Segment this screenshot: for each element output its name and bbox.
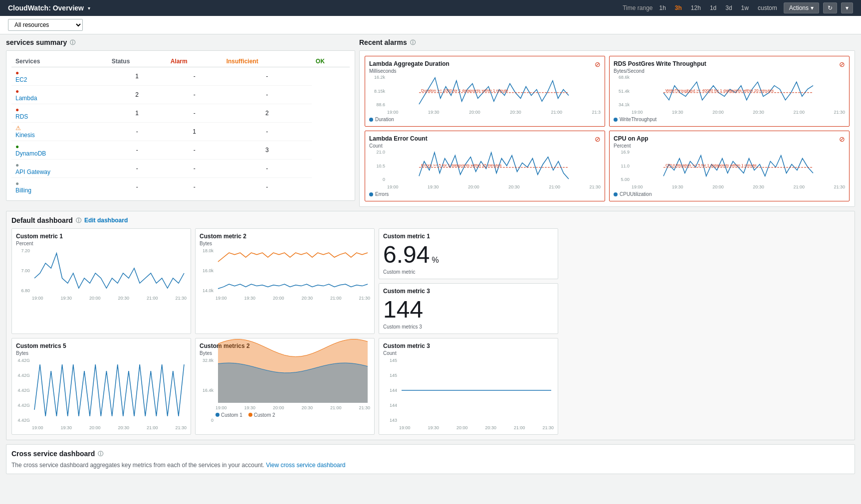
y-label: 5.00 xyxy=(614,177,630,182)
time-range-label: Time range xyxy=(623,4,652,11)
metric-card-big-1: Custom metric 1 6.94 % Custom metric xyxy=(379,228,558,279)
app-title: CloudWatch: Overview xyxy=(8,4,84,12)
services-section: Services Status Alarm Insufficient OK ● … xyxy=(6,50,355,201)
services-table-container[interactable]: Services Status Alarm Insufficient OK ● … xyxy=(11,56,350,195)
metric-chart-svg xyxy=(32,358,187,423)
header-right: Time range 1h 3h 12h 1d 3d 1w custom Act… xyxy=(623,2,853,13)
dashboard-grid-row1: Custom metric 1 Percent 7.207.006.80 19:… xyxy=(11,228,850,334)
empty-col xyxy=(562,228,850,334)
status-icon-green: ● xyxy=(15,143,19,150)
dashboard-grid-row2: Custom metrics 5 Bytes 4.42G4.42G4.42G4.… xyxy=(11,338,850,435)
service-link[interactable]: Lambda xyxy=(15,95,104,102)
alarm-title: Lambda Error Count xyxy=(369,135,601,142)
alarm-chart-svg: Errors >= 5 for 1 datapoints within 15 m… xyxy=(387,150,601,182)
y-label: 10.5 xyxy=(369,164,385,168)
y-label: 88.6 xyxy=(369,102,385,107)
time-12h-button[interactable]: 12h xyxy=(688,3,703,12)
status-icon-gray: ● xyxy=(15,180,19,187)
alarm-error-icon: ⊘ xyxy=(839,135,845,143)
legend-label: Errors xyxy=(375,191,389,197)
x-axis-labels: 19:0019:3020:0020:3021:0021:30 xyxy=(215,405,370,410)
metric-card-6: Custom metrics 2 Bytes 32.8k16.4k0 19:00… xyxy=(195,338,375,435)
y-label: 0 xyxy=(369,177,385,182)
alarm-count: - xyxy=(108,160,167,178)
services-summary-info-icon[interactable]: ⓘ xyxy=(70,39,75,46)
ok-count: - xyxy=(222,67,312,86)
metric-card-big-2: Custom metric 3 144 Custom metrics 3 xyxy=(379,283,558,334)
metric-area-chart-svg xyxy=(215,358,370,403)
actions-button[interactable]: Actions ▾ xyxy=(784,2,819,13)
refresh-button[interactable]: ↻ xyxy=(823,2,837,13)
big-number-unit: % xyxy=(431,256,438,265)
alarm-unit: Count xyxy=(369,143,601,149)
time-1w-button[interactable]: 1w xyxy=(739,3,751,12)
dashboard-info-icon[interactable]: ⓘ xyxy=(76,217,81,224)
threshold-text: CPUUtilization >= 5 for 1 datapoints wit… xyxy=(665,163,757,168)
metric-label: Custom metric xyxy=(383,269,554,275)
metric-unit: Percent xyxy=(16,241,187,246)
ok-count: 3 xyxy=(222,141,312,160)
alarm-error-icon: ⊘ xyxy=(595,135,601,143)
recent-alarms-info-icon[interactable]: ⓘ xyxy=(410,39,416,46)
default-dashboard-title: Default dashboard ⓘ Edit dashboard xyxy=(11,216,850,224)
big-number: 144 xyxy=(383,296,423,323)
metric-title: Custom metric 2 xyxy=(200,233,370,240)
metric-dual-chart-svg xyxy=(215,248,370,293)
ok-count: 2 xyxy=(222,104,312,123)
table-row: ● Billing - - - xyxy=(11,178,350,196)
alarm-count: - xyxy=(108,178,167,196)
actions-chevron-icon: ▾ xyxy=(811,4,814,11)
service-link[interactable]: DynamoDB xyxy=(15,150,104,157)
time-3d-button[interactable]: 3d xyxy=(723,3,734,12)
alarms-right: Recent alarms ⓘ ⊘ Lambda Aggregate Durat… xyxy=(359,38,855,207)
alarm-chart-svg: Duration >= 1000 for 1 datapoints within… xyxy=(387,75,601,107)
status-icon-red: ● xyxy=(15,88,19,95)
y-label: 8.15k xyxy=(369,89,385,94)
alarm-chart-svg: CPUUtilization >= 5 for 1 datapoints wit… xyxy=(632,150,845,182)
service-link[interactable]: RDS xyxy=(15,113,104,120)
y-label: 16.9 xyxy=(614,150,630,155)
service-link[interactable]: Billing xyxy=(15,187,104,194)
alarm-legend: CPUUtilization xyxy=(614,191,845,197)
x-axis-labels: 19:0019:3020:0020:3021:0021:30 xyxy=(32,425,187,430)
alarm-title: RDS PostGres Write Throughput xyxy=(614,60,845,67)
metric-title: Custom metric 3 xyxy=(383,288,554,295)
insufficient-count: - xyxy=(167,86,222,104)
time-custom-button[interactable]: custom xyxy=(755,3,780,12)
service-link[interactable]: API Gateway xyxy=(15,168,104,175)
alarm-title: CPU on App xyxy=(614,135,845,142)
table-row: ⚠ Kinesis - 1 - xyxy=(11,123,350,141)
alarm-col-header: Alarm xyxy=(167,56,222,67)
insufficient-count: - xyxy=(167,160,222,178)
ok-col-header: OK xyxy=(312,56,350,67)
recent-alarms-title: Recent alarms ⓘ xyxy=(359,38,855,46)
time-1h-button[interactable]: 1h xyxy=(656,3,668,12)
status-icon-red: ● xyxy=(15,69,19,76)
title-dropdown-icon[interactable]: ▾ xyxy=(88,5,90,11)
alarm-card-lambda-duration: ⊘ Lambda Aggregate Duration Milliseconds… xyxy=(365,56,605,127)
time-1d-button[interactable]: 1d xyxy=(707,3,719,12)
service-link[interactable]: Kinesis xyxy=(15,132,104,139)
status-icon-yellow: ⚠ xyxy=(15,125,21,132)
alarm-error-icon: ⊘ xyxy=(595,60,601,68)
status-icon-gray: ● xyxy=(15,162,19,168)
cross-service-info-icon[interactable]: ⓘ xyxy=(98,450,103,458)
edit-dashboard-link[interactable]: Edit dashboard xyxy=(84,217,128,224)
resource-select[interactable]: All resources xyxy=(8,19,83,31)
dashboard-section: Default dashboard ⓘ Edit dashboard Custo… xyxy=(6,211,855,440)
service-link[interactable]: EC2 xyxy=(15,76,104,83)
insufficient-count: 1 xyxy=(167,123,222,141)
metric-chart-svg xyxy=(399,358,554,423)
alarm-legend: Errors xyxy=(369,191,601,197)
empty-col-2 xyxy=(562,338,850,435)
metric-title: Custom metric 3 xyxy=(383,342,554,349)
metric-title: Custom metric 1 xyxy=(383,233,554,240)
y-label: 68.6k xyxy=(614,75,630,80)
settings-button[interactable]: ▾ xyxy=(841,2,853,13)
top-header: CloudWatch: Overview ▾ Time range 1h 3h … xyxy=(0,0,861,16)
cross-service-link[interactable]: View cross service dashboard xyxy=(266,462,345,469)
services-col-header: Services xyxy=(11,56,108,67)
legend-label: CPUUtilization xyxy=(620,191,651,197)
big-number-col: Custom metric 1 6.94 % Custom metric Cus… xyxy=(379,228,558,334)
time-3h-button[interactable]: 3h xyxy=(672,3,684,12)
